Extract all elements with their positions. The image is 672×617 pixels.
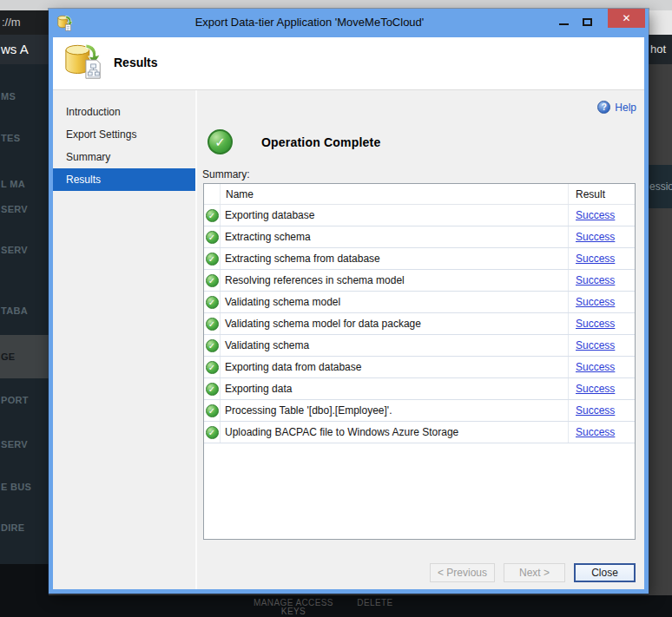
table-row[interactable]: ✓ Exporting data from database Success (204, 357, 635, 378)
portal-nav-item[interactable]: SERV (1, 437, 28, 451)
table-row[interactable]: ✓ Validating schema Success (204, 335, 635, 357)
task-name: Processing Table '[dbo].[Employee]'. (221, 400, 569, 421)
success-check-icon: ✓ (206, 361, 219, 374)
success-link[interactable]: Success (576, 404, 615, 417)
portal-session-fragment: essio (649, 165, 672, 208)
maximize-button[interactable] (576, 14, 597, 30)
table-header: Name Result (204, 184, 635, 205)
success-check-icon: ✓ (206, 426, 219, 439)
operation-status-title: Operation Complete (261, 135, 380, 149)
table-row[interactable]: ✓ Processing Table '[dbo].[Employee]'. S… (204, 400, 635, 422)
window-title: Export Data-tier Application 'MoveMeToCl… (101, 16, 518, 29)
success-check-icon: ✓ (206, 274, 219, 287)
portal-left-nav: MS TES L MA SERV SERV TABA GE PORT SERV … (0, 64, 49, 564)
portal-nav-item[interactable]: TES (1, 131, 20, 145)
success-check-icon: ✓ (206, 296, 219, 309)
wizard-steps-sidebar: Introduction Export Settings Summary Res… (53, 90, 197, 589)
wizard-client-area: Results Introduction Export Settings Sum… (53, 37, 644, 589)
portal-command-bar: MANAGE ACCESS KEYS DELETE (0, 595, 672, 617)
success-check-icon: ✓ (206, 318, 219, 331)
database-export-icon (56, 14, 72, 31)
portal-nav-item[interactable]: DIRE (1, 521, 24, 535)
portal-nav-item[interactable]: MS (1, 89, 16, 103)
previous-button[interactable]: < Previous (430, 563, 495, 582)
sidebar-item-results[interactable]: Results (53, 168, 195, 191)
success-check-icon: ✓ (206, 339, 219, 352)
success-check-icon: ✓ (206, 383, 219, 396)
export-dac-wizard-window: Export Data-tier Application 'MoveMeToCl… (49, 9, 649, 594)
task-name: Resolving references in schema model (221, 270, 569, 291)
sidebar-item-introduction[interactable]: Introduction (53, 101, 195, 123)
browser-chrome-right (649, 10, 672, 35)
success-check-icon: ✓ (206, 253, 219, 266)
portal-brand-fragment: ws A (0, 35, 49, 64)
portal-nav-item[interactable]: SERV (1, 202, 28, 216)
portal-content-fragment (649, 64, 672, 595)
task-name: Extracting schema from database (221, 248, 569, 269)
wizard-buttons: < Previous Next > Close (430, 563, 636, 582)
task-name: Validating schema model (221, 292, 569, 312)
maximize-icon (583, 18, 592, 26)
success-link[interactable]: Success (576, 253, 615, 265)
operation-complete-check-icon: ✓ (208, 129, 233, 154)
table-row[interactable]: ✓ Exporting data Success (204, 378, 635, 400)
task-name: Exporting data from database (221, 357, 569, 377)
table-row[interactable]: ✓ Uploading BACPAC file to Windows Azure… (204, 422, 635, 443)
wizard-header: Results (53, 37, 644, 90)
success-link[interactable]: Success (576, 209, 615, 221)
success-link[interactable]: Success (576, 296, 615, 308)
minimize-icon (559, 23, 569, 25)
task-name: Exporting database (221, 205, 569, 226)
database-export-large-icon (63, 42, 105, 87)
next-button[interactable]: Next > (504, 563, 565, 582)
address-bar-fragment[interactable]: ://m (0, 10, 49, 35)
manage-access-keys-button[interactable]: MANAGE ACCESS KEYS (252, 599, 335, 616)
results-pane: ? Help ✓ Operation Complete Summary: Nam… (197, 90, 644, 589)
help-link[interactable]: ? Help (597, 101, 636, 114)
task-name: Validating schema model for data package (221, 313, 569, 334)
portal-nav-item[interactable]: TABA (1, 304, 28, 318)
portal-nav-item-selected[interactable]: GE (0, 335, 49, 378)
portal-nav-item[interactable]: E BUS (1, 480, 31, 494)
task-name: Uploading BACPAC file to Windows Azure S… (221, 422, 569, 443)
task-name: Exporting data (221, 378, 569, 399)
portal-nav-item[interactable]: L MA (1, 177, 25, 191)
table-row[interactable]: ✓ Extracting schema Success (204, 226, 635, 248)
help-label: Help (615, 102, 636, 114)
portal-nav-item[interactable]: SERV (1, 243, 28, 257)
success-check-icon: ✓ (206, 231, 219, 244)
sidebar-item-summary[interactable]: Summary (53, 146, 195, 168)
icon-column-header (204, 184, 221, 204)
success-link[interactable]: Success (576, 361, 615, 373)
success-link[interactable]: Success (576, 318, 615, 330)
minimize-button[interactable] (553, 14, 574, 30)
success-check-icon: ✓ (206, 404, 219, 417)
close-button[interactable]: Close (574, 563, 636, 582)
page-title: Results (114, 56, 158, 69)
success-link[interactable]: Success (576, 339, 615, 351)
table-row[interactable]: ✓ Extracting schema from database Succes… (204, 248, 635, 270)
table-row[interactable]: ✓ Resolving references in schema model S… (204, 270, 635, 292)
table-row[interactable]: ✓ Validating schema model for data packa… (204, 313, 635, 335)
sidebar-item-export-settings[interactable]: Export Settings (53, 123, 195, 146)
result-column-header[interactable]: Result (569, 184, 635, 204)
close-window-button[interactable]: ✕ (608, 9, 645, 28)
success-link[interactable]: Success (576, 274, 615, 286)
success-link[interactable]: Success (576, 383, 615, 395)
name-column-header[interactable]: Name (221, 184, 569, 204)
success-link[interactable]: Success (576, 231, 615, 243)
table-row[interactable]: ✓ Validating schema model Success (204, 292, 635, 313)
close-icon: ✕ (622, 12, 630, 24)
success-link[interactable]: Success (576, 426, 615, 438)
summary-table: Name Result ✓ Exporting database Success… (203, 183, 636, 540)
task-name: Extracting schema (221, 226, 569, 247)
delete-button[interactable]: DELETE (349, 599, 401, 607)
help-icon: ? (597, 101, 610, 114)
table-row[interactable]: ✓ Exporting database Success (204, 205, 635, 226)
summary-label: Summary: (202, 168, 250, 181)
success-check-icon: ✓ (206, 209, 219, 222)
portal-nav-item[interactable]: PORT (1, 393, 29, 407)
title-bar[interactable]: Export Data-tier Application 'MoveMeToCl… (49, 9, 649, 37)
portal-account-fragment[interactable]: hot (649, 35, 672, 64)
task-name: Validating schema (221, 335, 569, 356)
